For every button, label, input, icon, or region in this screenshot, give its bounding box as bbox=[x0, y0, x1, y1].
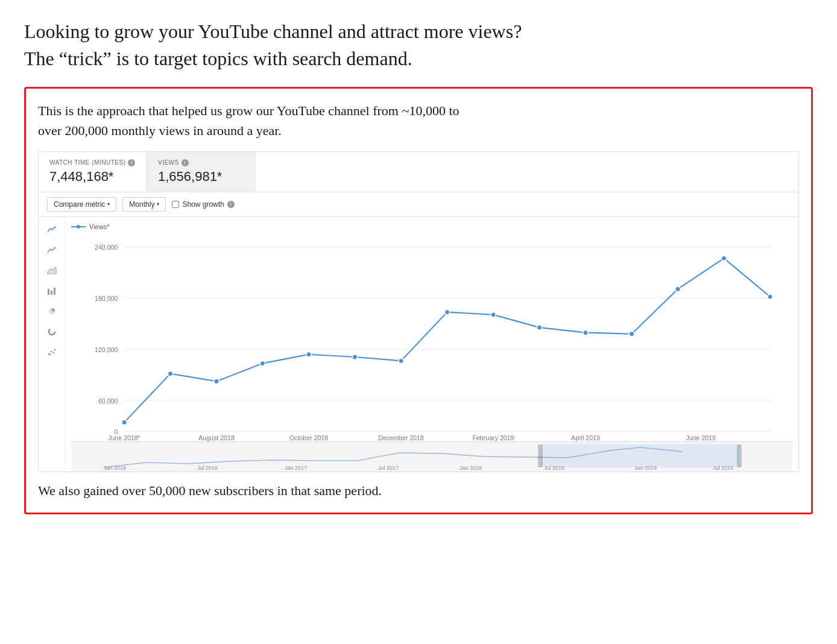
chart-dot-9 bbox=[537, 324, 542, 330]
chart-dot-1 bbox=[168, 371, 173, 376]
chart-dot-0 bbox=[122, 420, 127, 425]
mini-label-jan16: Jan 2016 bbox=[104, 465, 126, 470]
chart-sidebar-icons bbox=[39, 217, 65, 472]
show-growth-label[interactable]: Show growth i bbox=[172, 200, 234, 209]
views-metric[interactable]: VIEWS i 1,656,981* bbox=[147, 152, 256, 192]
x-label-feb19: February 2019 bbox=[472, 434, 514, 441]
timeline-selected-area bbox=[540, 444, 739, 467]
views-info-icon[interactable]: i bbox=[182, 159, 189, 166]
svg-point-10 bbox=[49, 353, 51, 355]
y-label-240k: 240,000 bbox=[95, 243, 118, 250]
chart-dot-4 bbox=[306, 352, 312, 357]
views-chart-line bbox=[124, 258, 770, 422]
mini-label-jul16: Jul 2016 bbox=[197, 465, 218, 470]
chart-wrapper: Views* 240,000 180,000 120,000 bbox=[65, 217, 798, 472]
x-label-apr19: April 2019 bbox=[571, 434, 600, 441]
views-value: 1,656,981* bbox=[158, 169, 245, 185]
views-label: VIEWS i bbox=[158, 159, 245, 166]
svg-rect-1 bbox=[48, 289, 49, 295]
x-label-jun18: June 2018* bbox=[108, 434, 141, 441]
red-box: This is the approach that helped us grow… bbox=[24, 87, 813, 514]
compare-metric-button[interactable]: Compare metric ▾ bbox=[47, 197, 116, 212]
legend-line-icon bbox=[71, 226, 86, 227]
bar-chart-icon[interactable] bbox=[46, 285, 58, 297]
show-growth-info-icon[interactable]: i bbox=[227, 201, 235, 208]
svg-rect-3 bbox=[54, 288, 55, 295]
watch-time-info-icon[interactable]: i bbox=[128, 159, 135, 166]
show-growth-checkbox[interactable] bbox=[172, 201, 179, 208]
headline-line2: The “trick” is to target topics with sea… bbox=[24, 48, 412, 69]
chart-legend: Views* bbox=[71, 223, 792, 230]
footer-text: We also gained over 50,000 new subscribe… bbox=[38, 481, 799, 500]
headline: Looking to grow your YouTube channel and… bbox=[24, 18, 813, 72]
mini-timeline-svg: Jan 2016 Jul 2016 Jan 2017 Jul 2017 Jan … bbox=[104, 444, 786, 470]
chart-dot-10 bbox=[583, 330, 589, 335]
analytics-panel: WATCH TIME (MINUTES) i 7,448,168* VIEWS … bbox=[38, 151, 799, 472]
x-label-oct18: October 2018 bbox=[289, 434, 328, 441]
svg-rect-2 bbox=[51, 291, 52, 295]
pie-chart-icon[interactable] bbox=[46, 305, 58, 317]
x-label-dec18: December 2018 bbox=[378, 434, 424, 441]
controls-row: Compare metric ▾ Monthly ▾ Show growth i bbox=[39, 192, 798, 217]
y-label-120k: 120,000 bbox=[95, 346, 118, 353]
legend-label: Views* bbox=[89, 223, 109, 230]
watch-time-metric: WATCH TIME (MINUTES) i 7,448,168* bbox=[39, 152, 147, 192]
metrics-row: WATCH TIME (MINUTES) i 7,448,168* VIEWS … bbox=[39, 152, 798, 192]
monthly-button[interactable]: Monthly ▾ bbox=[122, 197, 166, 212]
compare-chevron-icon: ▾ bbox=[107, 201, 110, 207]
chart-dot-12 bbox=[675, 286, 681, 292]
svg-point-5 bbox=[49, 329, 55, 335]
chart-dot-8 bbox=[491, 312, 496, 317]
chart-dot-11 bbox=[629, 331, 634, 336]
mini-label-jan18: Jan 2018 bbox=[460, 465, 482, 470]
y-label-180k: 180,000 bbox=[95, 294, 118, 301]
watch-time-label: WATCH TIME (MINUTES) i bbox=[49, 159, 136, 166]
chart-dot-7 bbox=[444, 309, 450, 315]
chart-dot-14 bbox=[768, 294, 773, 299]
main-chart-svg: 240,000 180,000 120,000 60,000 0 bbox=[71, 234, 792, 439]
x-label-jun19: June 2019 bbox=[686, 434, 716, 441]
x-label-aug18: August 2018 bbox=[198, 434, 235, 441]
stacked-chart-icon[interactable] bbox=[46, 244, 58, 256]
mini-label-jul17: Jul 2017 bbox=[378, 465, 399, 470]
y-label-60k: 60,000 bbox=[98, 397, 118, 404]
svg-point-8 bbox=[52, 352, 54, 353]
chart-dot-13 bbox=[721, 256, 727, 261]
line-chart-icon[interactable] bbox=[46, 223, 58, 235]
mini-label-jan17: Jan 2017 bbox=[285, 465, 307, 470]
svg-point-9 bbox=[54, 349, 55, 350]
chart-area: Views* 240,000 180,000 120,000 bbox=[39, 217, 798, 472]
chart-dot-6 bbox=[399, 358, 404, 364]
watch-time-value: 7,448,168* bbox=[49, 169, 136, 185]
chart-dot-2 bbox=[214, 379, 220, 384]
monthly-chevron-icon: ▾ bbox=[157, 201, 159, 207]
area-chart-icon[interactable] bbox=[46, 264, 58, 276]
intro-text: This is the approach that helped us grow… bbox=[38, 101, 799, 140]
chart-dot-5 bbox=[352, 354, 358, 359]
chart-dot-3 bbox=[260, 361, 265, 366]
mini-timeline: Jan 2016 Jul 2016 Jan 2017 Jul 2017 Jan … bbox=[71, 441, 792, 472]
svg-marker-0 bbox=[48, 267, 56, 274]
scatter-chart-icon[interactable] bbox=[46, 346, 58, 358]
donut-chart-icon[interactable] bbox=[46, 326, 58, 338]
headline-line1: Looking to grow your YouTube channel and… bbox=[24, 21, 522, 42]
svg-point-7 bbox=[50, 350, 52, 352]
